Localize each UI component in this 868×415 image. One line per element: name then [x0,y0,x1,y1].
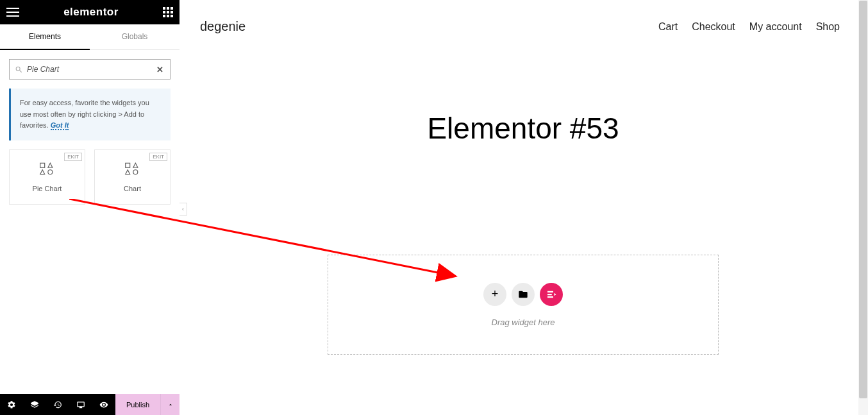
folder-icon [518,289,528,300]
scrollbar-thumb[interactable] [859,1,867,398]
site-header: degenie Cart Checkout My account Shop [187,0,859,47]
nav-link-cart[interactable]: Cart [658,21,678,33]
add-section-button[interactable]: + [483,283,506,306]
search-input[interactable] [27,65,155,74]
scrollbar[interactable] [858,0,868,415]
site-title[interactable]: degenie [200,19,246,34]
template-library-button[interactable] [512,283,535,306]
plus-icon: + [492,287,499,301]
collapse-sidebar-handle[interactable]: ‹ [179,203,187,216]
svg-marker-1 [47,163,52,167]
sidebar-footer: Publish [0,394,179,415]
elementskit-icon [546,289,557,300]
elementskit-button[interactable] [540,283,563,306]
widget-label: Chart [124,185,141,192]
search-wrapper: ✕ [0,50,179,89]
svg-point-3 [47,170,52,174]
history-button[interactable] [46,394,69,415]
navigator-button[interactable] [23,394,46,415]
elementor-sidebar: elementor Elements Globals ✕ For easy ac… [0,0,179,415]
tip-got-it-link[interactable]: Got It [51,121,69,130]
publish-button[interactable]: Publish [115,394,160,415]
menu-icon[interactable] [6,8,19,17]
site-nav: Cart Checkout My account Shop [658,21,840,33]
tip-text: For easy access, favorite the widgets yo… [20,99,149,129]
nav-link-account[interactable]: My account [749,21,802,33]
tab-elements[interactable]: Elements [0,24,90,50]
widget-label: Pie Chart [33,185,62,192]
preview-button[interactable] [92,394,115,415]
sidebar-header: elementor [0,0,179,24]
widget-badge: EKIT [64,153,82,161]
drop-zone-buttons: + [483,283,563,306]
drop-zone-text: Drag widget here [492,318,555,327]
elementor-logo: elementor [63,6,119,19]
panel-tabs: Elements Globals [0,24,179,50]
svg-marker-5 [133,163,137,167]
nav-link-checkout[interactable]: Checkout [692,21,735,33]
clear-search-icon[interactable]: ✕ [155,65,165,74]
widget-pie-chart[interactable]: EKIT Pie Chart [9,149,85,205]
editor-canvas: degenie Cart Checkout My account Shop El… [187,0,859,415]
search-box: ✕ [9,59,171,80]
publish-options-button[interactable] [160,394,179,415]
svg-rect-4 [125,163,129,167]
favorites-tip: For easy access, favorite the widgets yo… [9,89,171,140]
shapes-icon [39,162,56,178]
widget-chart[interactable]: EKIT Chart [94,149,171,205]
shapes-icon [124,162,141,178]
search-icon [15,65,23,74]
svg-marker-2 [40,170,44,174]
widgets-grid: EKIT Pie Chart EKIT Chart [0,149,179,205]
settings-button[interactable] [0,394,23,415]
tab-globals[interactable]: Globals [90,24,179,49]
svg-marker-6 [125,170,129,174]
drop-zone[interactable]: + Drag widget here [328,255,719,355]
apps-grid-icon[interactable] [163,7,173,17]
widget-badge: EKIT [149,153,167,161]
svg-rect-0 [40,163,44,167]
responsive-button[interactable] [69,394,92,415]
page-title: Elementor #53 [187,111,859,146]
svg-point-7 [133,170,137,174]
nav-link-shop[interactable]: Shop [816,21,840,33]
